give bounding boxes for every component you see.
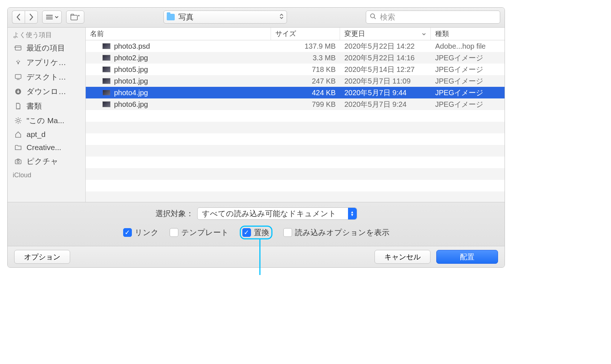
file-thumb-icon bbox=[102, 90, 110, 96]
file-kind: JPEGイメージ bbox=[431, 88, 505, 98]
file-size: 424 KB bbox=[271, 89, 340, 97]
sidebar: よく使う項目 最近の項目アプリケ…デスクト…ダウンロ…書類"この Ma...ap… bbox=[8, 28, 86, 202]
template-checkbox[interactable]: テンプレート bbox=[170, 227, 229, 238]
link-checkbox[interactable]: ✓ リンク bbox=[123, 227, 159, 238]
folder-icon bbox=[13, 143, 23, 151]
enable-dropdown[interactable]: すべての読み込み可能なドキュメント ▲▼ bbox=[197, 207, 357, 220]
home-icon bbox=[13, 130, 23, 138]
new-folder-button[interactable] bbox=[66, 11, 84, 24]
file-kind: Adobe...hop file bbox=[431, 42, 505, 50]
docs-icon bbox=[13, 102, 23, 110]
svg-rect-22 bbox=[15, 160, 21, 164]
sidebar-item-label: 最近の項目 bbox=[27, 43, 65, 53]
sidebar-item-gear[interactable]: "この Ma... bbox=[8, 113, 85, 128]
checkmark-icon: ✓ bbox=[123, 228, 132, 237]
file-kind: JPEGイメージ bbox=[431, 100, 505, 109]
file-date: 2020年5月7日 11:09 bbox=[340, 76, 431, 86]
checkbox-row: ✓ リンク テンプレート ✓ 置換 読み込みオプションを表示 bbox=[11, 226, 501, 239]
main-area: よく使う項目 最近の項目アプリケ…デスクト…ダウンロ…書類"この Ma...ap… bbox=[8, 28, 505, 202]
desktop-icon bbox=[13, 73, 23, 81]
file-thumb-icon bbox=[102, 101, 110, 107]
sidebar-item-label: ダウンロ… bbox=[27, 86, 66, 97]
svg-rect-10 bbox=[15, 74, 21, 78]
place-button[interactable]: 配置 bbox=[436, 250, 498, 264]
sidebar-item-label: アプリケ… bbox=[27, 57, 66, 68]
file-date: 2020年5月22日 14:22 bbox=[340, 41, 431, 51]
sidebar-item-camera[interactable]: ピクチャ bbox=[8, 154, 85, 169]
file-browser: 名前 サイズ 変更日 種類 photo3.psd137.9 MB2020年5月2… bbox=[86, 28, 505, 202]
checkbox-box bbox=[170, 228, 178, 237]
empty-row bbox=[86, 145, 505, 157]
file-size: 137.9 MB bbox=[271, 42, 340, 50]
col-kind[interactable]: 種類 bbox=[431, 28, 505, 40]
sidebar-item-apps[interactable]: アプリケ… bbox=[8, 55, 85, 70]
sidebar-item-folder[interactable]: Creative... bbox=[8, 141, 85, 154]
replace-checkbox[interactable]: ✓ 置換 bbox=[242, 227, 269, 238]
nav-segment bbox=[12, 11, 38, 24]
back-button[interactable] bbox=[12, 11, 25, 24]
file-size: 247 KB bbox=[271, 77, 340, 85]
view-menu-button[interactable] bbox=[42, 11, 62, 24]
file-row[interactable]: photo1.jpg247 KB2020年5月7日 11:09JPEGイメージ bbox=[86, 75, 505, 87]
empty-row bbox=[86, 157, 505, 168]
location-label: 写真 bbox=[178, 12, 194, 22]
file-thumb-icon bbox=[102, 43, 110, 49]
sidebar-item-home[interactable]: apt_d bbox=[8, 128, 85, 141]
updown-icon bbox=[279, 13, 284, 21]
options-button[interactable]: オプション bbox=[14, 250, 70, 264]
forward-button[interactable] bbox=[25, 11, 38, 24]
highlight-ring: ✓ 置換 bbox=[240, 226, 272, 239]
sidebar-item-desktop[interactable]: デスクト… bbox=[8, 70, 85, 84]
sidebar-item-docs[interactable]: 書類 bbox=[8, 99, 85, 113]
sidebar-item-label: Creative... bbox=[27, 143, 61, 152]
apps-icon bbox=[13, 58, 23, 66]
svg-rect-3 bbox=[71, 15, 77, 20]
sidebar-item-label: 書類 bbox=[27, 101, 42, 111]
footer: オプション キャンセル 配置 bbox=[8, 246, 505, 267]
file-kind: JPEGイメージ bbox=[431, 65, 505, 74]
col-size[interactable]: サイズ bbox=[271, 28, 340, 40]
sidebar-item-label: ピクチャ bbox=[27, 156, 58, 166]
sidebar-item-download[interactable]: ダウンロ… bbox=[8, 84, 85, 99]
empty-row bbox=[86, 168, 505, 180]
file-row[interactable]: photo4.jpg424 KB2020年5月7日 9:44JPEGイメージ bbox=[86, 87, 505, 98]
svg-rect-8 bbox=[15, 46, 21, 50]
file-row[interactable]: photo3.psd137.9 MB2020年5月22日 14:22Adobe.… bbox=[86, 40, 505, 52]
download-icon bbox=[13, 88, 23, 96]
file-kind: JPEGイメージ bbox=[431, 76, 505, 86]
file-name: photo3.psd bbox=[114, 42, 150, 50]
annotation-leader-line bbox=[259, 239, 260, 275]
svg-line-18 bbox=[16, 118, 17, 119]
sidebar-item-recent[interactable]: 最近の項目 bbox=[8, 41, 85, 55]
file-row[interactable]: photo2.jpg3.3 MB2020年5月22日 14:16JPEGイメージ bbox=[86, 52, 505, 64]
file-size: 799 KB bbox=[271, 100, 340, 109]
file-thumb-icon bbox=[102, 78, 110, 84]
svg-point-13 bbox=[17, 120, 20, 122]
svg-point-23 bbox=[17, 161, 19, 163]
svg-line-7 bbox=[374, 17, 376, 19]
file-row[interactable]: photo6.jpg799 KB2020年5月7日 9:24JPEGイメージ bbox=[86, 98, 505, 110]
col-name[interactable]: 名前 bbox=[86, 28, 271, 40]
enable-label: 選択対象： bbox=[155, 209, 194, 219]
location-popup[interactable]: 写真 bbox=[163, 11, 287, 24]
file-name: photo2.jpg bbox=[114, 54, 148, 62]
svg-rect-24 bbox=[17, 159, 19, 160]
search-field-wrapper bbox=[366, 11, 500, 24]
file-name: photo6.jpg bbox=[114, 100, 148, 109]
search-icon bbox=[370, 13, 376, 21]
cancel-button[interactable]: キャンセル bbox=[375, 250, 430, 264]
file-row[interactable]: photo5.jpg718 KB2020年5月14日 12:27JPEGイメージ bbox=[86, 64, 505, 75]
search-input[interactable] bbox=[379, 12, 496, 22]
empty-row bbox=[86, 110, 505, 122]
recent-icon bbox=[13, 44, 23, 52]
show-import-options-checkbox[interactable]: 読み込みオプションを表示 bbox=[283, 227, 389, 238]
options-pane: 選択対象： すべての読み込み可能なドキュメント ▲▼ ✓ リンク テンプレート … bbox=[8, 202, 505, 246]
svg-line-20 bbox=[20, 118, 20, 119]
place-dialog: 写真 よく使う項目 最近の項目アプリケ…デスクト…ダウンロ…書類"この Ma..… bbox=[7, 7, 505, 268]
file-kind: JPEGイメージ bbox=[431, 53, 505, 63]
col-modified[interactable]: 変更日 bbox=[340, 28, 431, 40]
file-name: photo1.jpg bbox=[114, 77, 148, 85]
sidebar-group-favorites: よく使う項目 bbox=[8, 28, 85, 41]
folder-icon bbox=[167, 14, 175, 20]
column-headers: 名前 サイズ 変更日 種類 bbox=[86, 28, 505, 40]
